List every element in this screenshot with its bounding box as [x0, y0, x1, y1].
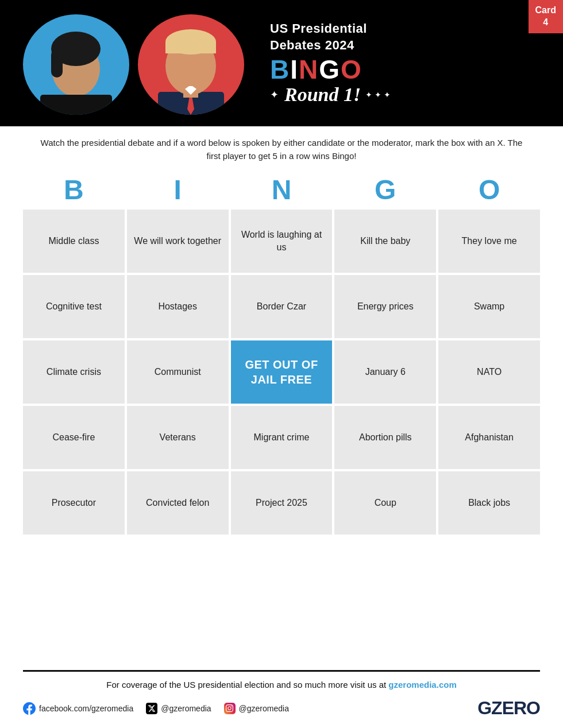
- bingo-cell-r2-c1[interactable]: Communist: [127, 340, 229, 404]
- bingo-cell-r0-c1[interactable]: We will work together: [127, 210, 229, 273]
- footer-bottom: facebook.com/gzeromedia @gzeromedia @gze…: [23, 698, 540, 719]
- bingo-cell-r1-c3[interactable]: Energy prices: [334, 275, 436, 338]
- bingo-cell-r3-c3[interactable]: Abortion pills: [334, 406, 436, 469]
- bingo-cell-r4-c3[interactable]: Coup: [334, 471, 436, 535]
- col-header-g: G: [334, 174, 436, 206]
- x-link[interactable]: @gzeromedia: [146, 703, 211, 714]
- bingo-cell-r0-c4[interactable]: They love me: [438, 210, 540, 273]
- instagram-handle: @gzeromedia: [239, 704, 289, 713]
- bingo-letters: B I N G O: [270, 56, 546, 83]
- col-header-n: N: [231, 174, 333, 206]
- bingo-b: B: [270, 56, 289, 83]
- bingo-cell-r2-c0[interactable]: Climate crisis: [23, 340, 125, 404]
- bingo-cell-r1-c4[interactable]: Swamp: [438, 275, 540, 338]
- bingo-cell-r2-c2[interactable]: GET OUT OF JAIL FREE: [231, 340, 333, 404]
- bingo-g: G: [319, 56, 340, 83]
- instructions: Watch the presidential debate and if a w…: [0, 126, 563, 168]
- instagram-link[interactable]: @gzeromedia: [224, 703, 289, 714]
- x-icon: [146, 703, 157, 714]
- x-handle: @gzeromedia: [161, 704, 211, 713]
- svg-rect-5: [40, 95, 112, 115]
- bingo-cell-r2-c3[interactable]: January 6: [334, 340, 436, 404]
- bingo-cell-r3-c1[interactable]: Veterans: [127, 406, 229, 469]
- bingo-cell-r4-c0[interactable]: Prosecutor: [23, 471, 125, 535]
- bingo-cell-r1-c1[interactable]: Hostages: [127, 275, 229, 338]
- bingo-cell-r4-c4[interactable]: Black jobs: [438, 471, 540, 535]
- bingo-cell-r0-c3[interactable]: Kill the baby: [334, 210, 436, 273]
- footer: For coverage of the US presidential elec…: [0, 672, 563, 728]
- bingo-cell-r3-c0[interactable]: Cease-fire: [23, 406, 125, 469]
- svg-rect-4: [51, 49, 63, 78]
- col-header-i: I: [127, 174, 229, 206]
- bingo-cell-r2-c4[interactable]: NATO: [438, 340, 540, 404]
- card-badge: Card 4: [529, 0, 563, 33]
- round-text: Round 1!: [284, 84, 361, 106]
- bingo-col-headers: B I N G O: [23, 174, 540, 206]
- sparkle-left: ✦: [270, 88, 279, 101]
- trump-bubble: [138, 14, 244, 115]
- bingo-cell-r4-c1[interactable]: Convicted felon: [127, 471, 229, 535]
- kamala-bubble: [23, 14, 129, 115]
- bingo-cell-r0-c0[interactable]: Middle class: [23, 210, 125, 273]
- bingo-cell-r4-c2[interactable]: Project 2025: [231, 471, 333, 535]
- social-links: facebook.com/gzeromedia @gzeromedia @gze…: [23, 702, 289, 715]
- footer-coverage: For coverage of the US presidential elec…: [23, 680, 540, 690]
- header: US Presidential Debates 2024 B I N G O ✦…: [0, 0, 563, 126]
- bingo-cell-r3-c2[interactable]: Migrant crime: [231, 406, 333, 469]
- bingo-cell-r0-c2[interactable]: World is laughing at us: [231, 210, 333, 273]
- bingo-grid: Middle classWe will work togetherWorld i…: [23, 210, 540, 535]
- bingo-cell-r3-c4[interactable]: Afghanistan: [438, 406, 540, 469]
- bingo-section: B I N G O Middle classWe will work toget…: [0, 168, 563, 670]
- gzero-logo: GZERO: [477, 698, 540, 719]
- round-line: ✦ Round 1! ✦ ✦ ✦: [270, 84, 546, 106]
- title-line: US Presidential Debates 2024: [270, 21, 546, 53]
- bingo-o: O: [341, 56, 361, 83]
- col-header-o: O: [438, 174, 540, 206]
- facebook-icon: [23, 702, 36, 715]
- bingo-cell-r1-c2[interactable]: Border Czar: [231, 275, 333, 338]
- bingo-cell-r1-c0[interactable]: Cognitive test: [23, 275, 125, 338]
- header-title: US Presidential Debates 2024 B I N G O ✦…: [259, 21, 546, 105]
- bingo-n: N: [299, 56, 318, 83]
- facebook-handle: facebook.com/gzeromedia: [39, 704, 133, 713]
- svg-rect-12: [165, 42, 216, 53]
- facebook-link[interactable]: facebook.com/gzeromedia: [23, 702, 133, 715]
- footer-website-link[interactable]: gzeromedia.com: [388, 680, 456, 690]
- bingo-i: I: [290, 56, 298, 83]
- stars-decor: ✦ ✦ ✦: [365, 90, 391, 99]
- instagram-icon: [224, 703, 236, 714]
- header-images: [11, 11, 259, 115]
- col-header-b: B: [23, 174, 125, 206]
